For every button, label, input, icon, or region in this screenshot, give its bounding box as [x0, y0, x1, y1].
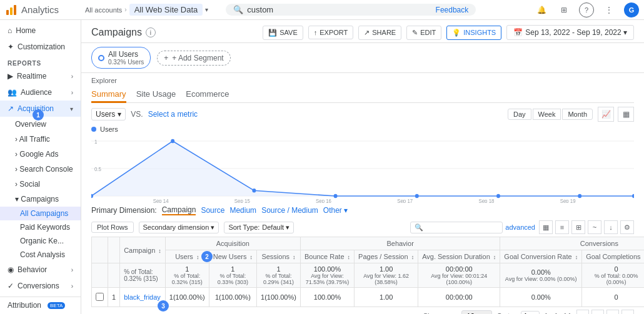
avatar[interactable]: G	[624, 2, 639, 17]
more-icon[interactable]: ⋮	[601, 2, 616, 17]
next-page-btn[interactable]: ›	[606, 310, 619, 314]
col-goal-completions[interactable]: Goal Completions ↕	[582, 250, 644, 263]
sidebar-item-attribution[interactable]: Attribution BETA	[0, 297, 81, 313]
tab-ecommerce[interactable]: Ecommerce	[186, 87, 229, 103]
sidebar-item-conversions[interactable]: ✓ Conversions ›	[0, 278, 81, 294]
svg-text:Sep 19: Sep 19	[560, 198, 576, 203]
share-button[interactable]: ↗ SHARE	[358, 26, 401, 40]
custom-view-btn[interactable]: ~	[588, 220, 601, 234]
sidebar-item-search-console[interactable]: › Search Console	[0, 162, 81, 177]
search-input[interactable]	[247, 5, 426, 14]
sidebar-item-label: Overview	[15, 120, 46, 129]
col-sessions[interactable]: Sessions ↕	[257, 250, 301, 263]
row-checkbox-input[interactable]	[96, 293, 104, 301]
notifications-icon[interactable]: 🔔	[534, 2, 549, 17]
sidebar-item-label: Google Ads	[19, 150, 58, 159]
sidebar-item-home[interactable]: ⌂ Home	[0, 22, 81, 39]
select-metric-link[interactable]: Select a metric	[148, 110, 198, 119]
sidebar-item-behavior[interactable]: ◉ Behavior ›	[0, 262, 81, 278]
sidebar-item-paid-keywords[interactable]: Paid Keywords	[0, 220, 81, 234]
dim-medium[interactable]: Medium	[229, 206, 256, 215]
feedback-link[interactable]: Feedback	[436, 6, 469, 14]
grid-icon[interactable]: ⊞	[556, 2, 571, 17]
date-range-picker[interactable]: 📅 Sep 13, 2022 - Sep 19, 2022 ▾	[506, 25, 634, 40]
first-page-btn[interactable]: «	[576, 310, 589, 314]
all-users-segment[interactable]: All Users 0.32% Users	[91, 47, 151, 69]
sidebar-item-cost-analysis[interactable]: Cost Analysis	[0, 248, 81, 262]
go-to-input[interactable]	[521, 311, 540, 314]
add-segment-label: + Add Segment	[172, 54, 223, 62]
breadcrumb-all-accounts[interactable]: All accounts	[85, 6, 122, 14]
sort-type-label: Sort Type:	[228, 223, 259, 231]
col-bounce-rate[interactable]: Bounce Rate ↕	[300, 250, 354, 263]
segment-dot	[98, 55, 104, 61]
sidebar-item-customization[interactable]: ✦ Customization	[0, 39, 81, 55]
sidebar-item-social[interactable]: › Social	[0, 177, 81, 192]
sidebar-item-google-ads[interactable]: › Google Ads	[0, 147, 81, 162]
last-page-btn[interactable]: »	[621, 310, 634, 314]
help-icon[interactable]: ?	[579, 2, 594, 17]
metric-select[interactable]: Users ▾	[91, 108, 126, 120]
audience-icon: 👥	[8, 88, 17, 97]
search-box: 🔍 Feedback	[226, 4, 476, 16]
month-btn[interactable]: Month	[562, 109, 593, 120]
line-chart-btn[interactable]: 📈	[598, 107, 614, 122]
col-avg-duration[interactable]: Avg. Session Duration ↕	[418, 250, 500, 263]
day-btn[interactable]: Day	[508, 109, 531, 120]
insights-button[interactable]: 💡 INSIGHTS	[446, 26, 501, 40]
chart-area: 1 0.5 Sep 14 Sep 15 Sep 16 Sep 17	[81, 134, 644, 203]
table-row: 1 black_friday 3 1(100.00%) 1(100.00%) 1…	[92, 288, 645, 307]
svg-point-16	[632, 194, 634, 199]
dim-campaign[interactable]: Campaign	[162, 205, 196, 215]
col-new-users[interactable]: New Users ↕	[209, 250, 256, 263]
legend-dot	[91, 127, 96, 132]
prev-page-btn[interactable]: ‹	[591, 310, 604, 314]
search-table-input[interactable]	[423, 223, 498, 231]
export-button[interactable]: ↑ EXPORT	[308, 26, 354, 39]
col-goal-conv-rate[interactable]: Goal Conversion Rate ↕	[500, 250, 582, 263]
week-btn[interactable]: Week	[533, 109, 561, 120]
comparison-view-btn[interactable]: ≡	[555, 220, 569, 234]
bar-chart-btn[interactable]: ▦	[618, 107, 634, 122]
plot-rows-btn[interactable]: Plot Rows	[91, 222, 134, 233]
sidebar-item-all-campaigns[interactable]: All Campaigns	[0, 207, 81, 220]
add-segment-btn[interactable]: + + Add Segment	[157, 51, 230, 66]
metric-label: Users	[96, 110, 115, 119]
property-dropdown-icon[interactable]: ▾	[205, 6, 208, 13]
sidebar-item-label: Behavior	[18, 265, 47, 274]
sidebar-item-realtime[interactable]: ▶ Realtime ›	[0, 68, 81, 84]
sidebar-item-organic-keywords[interactable]: Organic Ke...	[0, 234, 81, 248]
info-icon[interactable]: i	[146, 27, 156, 37]
tab-site-usage[interactable]: Site Usage	[136, 87, 176, 103]
breadcrumb: All accounts › All Web Site Data ▾	[85, 4, 208, 16]
search-icon: 🔍	[233, 5, 243, 14]
property-name[interactable]: All Web Site Data	[129, 4, 203, 16]
advanced-link[interactable]: advanced	[505, 223, 535, 231]
dim-source[interactable]: Source	[201, 206, 224, 215]
breadcrumb-chevron: ›	[124, 6, 126, 13]
sidebar-item-campaigns[interactable]: ▾ Campaigns	[0, 192, 81, 207]
table-view-btn[interactable]: ▦	[539, 220, 553, 234]
secondary-dim-select[interactable]: Secondary dimension ▾	[139, 222, 219, 233]
sort-type-select[interactable]: Sort Type: Default ▾	[224, 222, 294, 233]
dim-source-medium[interactable]: Source / Medium	[261, 206, 318, 215]
total-checkbox-cell	[92, 263, 108, 288]
settings-btn[interactable]: ⚙	[620, 220, 634, 234]
col-campaign[interactable]: Campaign ↕	[120, 237, 166, 263]
sidebar-item-audience[interactable]: 👥 Audience ›	[0, 84, 81, 101]
sidebar-item-all-traffic[interactable]: › All Traffic	[0, 132, 81, 147]
campaign-link[interactable]: black_friday	[124, 293, 161, 301]
show-rows-select[interactable]: 10 25 50 100	[461, 310, 492, 314]
sidebar-item-label: Home	[16, 26, 36, 35]
row-checkbox[interactable]	[92, 288, 108, 307]
download-btn[interactable]: ↓	[604, 220, 618, 234]
col-pages-session[interactable]: Pages / Session ↕	[355, 250, 418, 263]
dim-other[interactable]: Other ▾	[323, 206, 348, 215]
row-new-users-cell: 1(100.00%)	[209, 288, 256, 307]
save-button[interactable]: 💾 SAVE	[263, 26, 303, 40]
table-icons: ▦ ≡ ⊞ ~ ↓ ⚙	[539, 220, 634, 234]
sidebar-item-acquisition[interactable]: ↗ Acquisition ▾ 1	[0, 101, 81, 117]
pivot-view-btn[interactable]: ⊞	[571, 220, 585, 234]
tab-summary[interactable]: Summary	[91, 87, 126, 103]
edit-button[interactable]: ✎ EDIT	[406, 26, 441, 40]
